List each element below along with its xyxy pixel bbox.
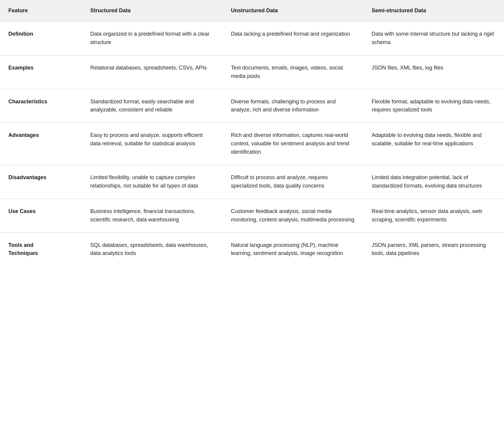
cell-structured: SQL databases, spreadsheets, data wareho… — [82, 232, 222, 266]
table-row: AdvantagesEasy to process and analyze, s… — [0, 123, 504, 165]
cell-semi-structured: Data with some internal structure but la… — [363, 22, 504, 55]
cell-semi-structured: Flexible format, adaptable to evolving d… — [363, 89, 504, 123]
header-feature: Feature — [0, 0, 82, 22]
cell-unstructured: Difficult to process and analyze, requir… — [223, 165, 363, 199]
cell-semi-structured: JSON parsers, XML parsers, stream proces… — [363, 232, 504, 266]
cell-unstructured: Natural language processing (NLP), machi… — [223, 232, 363, 266]
cell-feature: Advantages — [0, 123, 82, 165]
table-row: CharacteristicsStandardized format, easi… — [0, 89, 504, 123]
cell-semi-structured: Real-time analytics, sensor data analysi… — [363, 199, 504, 232]
cell-feature: Disadvantages — [0, 165, 82, 199]
cell-unstructured: Diverse formats, challenging to process … — [223, 89, 363, 123]
cell-structured: Business intelligence, financial transac… — [82, 199, 222, 232]
cell-structured: Data organized in a predefined format wi… — [82, 22, 222, 55]
cell-feature: Use Cases — [0, 199, 82, 232]
table-row: DisadvantagesLimited flexibility, unable… — [0, 165, 504, 199]
cell-structured: Easy to process and analyze, supports ef… — [82, 123, 222, 165]
cell-structured: Relational databases, spreadsheets, CSVs… — [82, 55, 222, 89]
cell-unstructured: Data lacking a predefined format and org… — [223, 22, 363, 55]
cell-structured: Limited flexibility, unable to capture c… — [82, 165, 222, 199]
header-semi-structured: Semi-structured Data — [363, 0, 504, 22]
header-unstructured: Unstructured Data — [223, 0, 363, 22]
cell-semi-structured: JSON files, XML files, log files — [363, 55, 504, 89]
cell-feature: Examples — [0, 55, 82, 89]
cell-feature: Tools andTechniques — [0, 232, 82, 266]
cell-unstructured: Text documents, emails, images, videos, … — [223, 55, 363, 89]
comparison-table: Feature Structured Data Unstructured Dat… — [0, 0, 504, 266]
cell-structured: Standardized format, easily searchable a… — [82, 89, 222, 123]
cell-semi-structured: Limited data integration potential, lack… — [363, 165, 504, 199]
table-row: Use CasesBusiness intelligence, financia… — [0, 199, 504, 232]
cell-semi-structured: Adaptable to evolving data needs, flexib… — [363, 123, 504, 165]
header-structured: Structured Data — [82, 0, 222, 22]
table-row: Tools andTechniquesSQL databases, spread… — [0, 232, 504, 266]
table-header-row: Feature Structured Data Unstructured Dat… — [0, 0, 504, 22]
table-row: DefinitionData organized in a predefined… — [0, 22, 504, 55]
cell-unstructured: Rich and diverse information, captures r… — [223, 123, 363, 165]
cell-feature: Characteristics — [0, 89, 82, 123]
cell-unstructured: Customer feedback analysis, social media… — [223, 199, 363, 232]
table-row: ExamplesRelational databases, spreadshee… — [0, 55, 504, 89]
cell-feature: Definition — [0, 22, 82, 55]
